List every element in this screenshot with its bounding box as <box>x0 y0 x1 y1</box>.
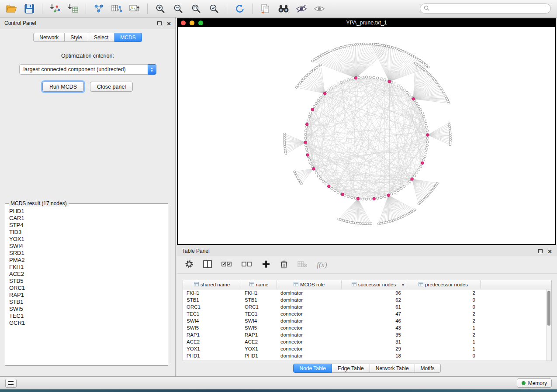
table-cell[interactable]: ORC1 <box>241 304 277 309</box>
mcds-result-item[interactable]: PHD1 <box>9 208 165 215</box>
zoom-fit-icon[interactable] <box>189 2 203 15</box>
mcds-result-item[interactable]: SWI5 <box>9 306 165 313</box>
zoom-in-icon[interactable] <box>153 2 167 15</box>
tab-network[interactable]: Network <box>33 33 65 42</box>
table-cell[interactable]: 2 <box>406 290 481 296</box>
close-panel-button[interactable]: Close panel <box>90 82 133 92</box>
delete-column-icon[interactable] <box>280 260 288 270</box>
apply-layout-icon[interactable] <box>233 2 247 15</box>
table-cell[interactable]: 31 <box>342 339 406 344</box>
table-cell[interactable]: 46 <box>342 318 406 323</box>
tab-select[interactable]: Select <box>88 33 114 42</box>
import-table-icon[interactable] <box>66 2 80 15</box>
table-cell[interactable]: connector <box>277 325 342 330</box>
table-cell[interactable]: SWI5 <box>183 325 241 330</box>
table-cell[interactable]: connector <box>277 339 342 344</box>
column-header-shared-name[interactable]: shared name <box>183 280 241 289</box>
table-cell[interactable]: PHD1 <box>183 353 241 358</box>
mcds-result-item[interactable]: RAP1 <box>9 292 165 299</box>
table-cell[interactable]: dominator <box>277 304 342 309</box>
column-header-predecessor-nodes[interactable]: predecessor nodes <box>406 280 481 289</box>
column-header-MCDS-role[interactable]: MCDS role <box>277 280 342 289</box>
save-icon[interactable] <box>22 2 36 15</box>
table-cell[interactable]: 96 <box>342 290 406 296</box>
tab-mcds[interactable]: MCDS <box>114 33 142 42</box>
table-cell[interactable]: 1 <box>406 339 481 344</box>
copy-style-icon[interactable] <box>259 2 273 15</box>
table-cell[interactable]: YOX1 <box>241 346 277 351</box>
mcds-result-item[interactable]: CAR1 <box>9 215 165 222</box>
criterion-select[interactable]: largest connected component (undirected)… <box>19 64 156 75</box>
tab-motifs[interactable]: Motifs <box>415 364 441 373</box>
show-all-icon[interactable] <box>312 2 326 15</box>
table-row[interactable]: ORC1ORC1dominator610 <box>183 303 546 310</box>
mcds-result-item[interactable]: YOX1 <box>9 236 165 243</box>
run-mcds-button[interactable]: Run MCDS <box>42 82 84 92</box>
table-cell[interactable]: 2 <box>406 318 481 323</box>
table-row[interactable]: FKH1FKH1dominator962 <box>183 289 546 296</box>
close-panel-icon[interactable]: × <box>167 20 171 27</box>
add-column-icon[interactable] <box>262 260 270 270</box>
mcds-result-item[interactable]: STP4 <box>9 222 165 229</box>
table-cell[interactable]: 1 <box>406 346 481 351</box>
mcds-result-item[interactable]: TEC1 <box>9 313 165 320</box>
network-table-icon[interactable] <box>110 2 124 15</box>
export-image-icon[interactable] <box>128 2 142 15</box>
mcds-result-item[interactable]: PMA2 <box>9 257 165 264</box>
zoom-out-icon[interactable] <box>171 2 185 15</box>
mcds-result-item[interactable]: ACE2 <box>9 271 165 278</box>
table-cell[interactable]: PHD1 <box>241 353 277 358</box>
float-panel-icon[interactable] <box>157 21 162 25</box>
table-cell[interactable]: dominator <box>277 318 342 323</box>
network-share-icon[interactable] <box>92 2 106 15</box>
table-row[interactable]: YOX1YOX1connector291 <box>183 345 546 352</box>
table-cell[interactable]: YOX1 <box>183 346 241 351</box>
deselect-all-icon[interactable] <box>242 261 252 269</box>
panel-list-button[interactable] <box>5 379 17 388</box>
table-row[interactable]: SWI4SWI4dominator462 <box>183 317 546 324</box>
table-cell[interactable]: SWI4 <box>183 318 241 323</box>
network-graph[interactable] <box>178 27 555 244</box>
table-cell[interactable]: dominator <box>277 353 342 358</box>
tab-node-table[interactable]: Node Table <box>293 364 332 373</box>
table-row[interactable]: TEC1TEC1connector472 <box>183 310 546 317</box>
table-cell[interactable]: STB1 <box>241 297 277 303</box>
table-cell[interactable]: TEC1 <box>183 311 241 316</box>
table-cell[interactable]: TEC1 <box>241 311 277 316</box>
table-scrollbar[interactable] <box>546 289 551 361</box>
tab-style[interactable]: Style <box>65 33 88 42</box>
table-cell[interactable]: 18 <box>342 353 406 358</box>
memory-button[interactable]: Memory <box>517 378 552 388</box>
table-cell[interactable]: 2 <box>406 311 481 316</box>
table-row[interactable]: ACE2ACE2connector311 <box>183 338 546 345</box>
table-cell[interactable]: dominator <box>277 290 342 296</box>
search-box[interactable] <box>420 3 551 14</box>
search-input[interactable] <box>432 6 547 12</box>
table-cell[interactable]: connector <box>277 346 342 351</box>
table-cell[interactable]: 0 <box>406 304 481 309</box>
table-row[interactable]: SWI5SWI5connector431 <box>183 324 546 331</box>
table-settings-gear-icon[interactable] <box>185 260 194 270</box>
table-cell[interactable]: dominator <box>277 297 342 303</box>
table-cell[interactable]: 1 <box>406 325 481 330</box>
table-cell[interactable]: ORC1 <box>183 304 241 309</box>
network-canvas[interactable] <box>178 27 555 244</box>
table-cell[interactable]: 0 <box>406 297 481 303</box>
mcds-result-item[interactable]: ORC1 <box>9 285 165 292</box>
table-row[interactable]: RAP1RAP1dominator352 <box>183 331 546 338</box>
table-cell[interactable]: dominator <box>277 332 342 337</box>
open-folder-icon[interactable] <box>4 2 18 15</box>
close-panel-icon[interactable]: × <box>548 248 552 254</box>
mcds-result-item[interactable]: STB5 <box>9 278 165 285</box>
mcds-result-item[interactable]: SWI4 <box>9 243 165 250</box>
function-builder-icon[interactable]: f(x) <box>317 261 327 269</box>
table-cell[interactable]: RAP1 <box>241 332 277 337</box>
mcds-result-item[interactable]: GCR1 <box>9 320 165 327</box>
table-cell[interactable]: 43 <box>342 325 406 330</box>
column-header-successor-nodes[interactable]: successor nodes▾ <box>342 280 406 289</box>
table-cell[interactable]: FKH1 <box>183 290 241 296</box>
table-cell[interactable]: SWI4 <box>241 318 277 323</box>
table-row[interactable]: PHD1PHD1dominator180 <box>183 352 546 359</box>
table-cell[interactable]: 62 <box>342 297 406 303</box>
table-cell[interactable]: 2 <box>406 332 481 337</box>
